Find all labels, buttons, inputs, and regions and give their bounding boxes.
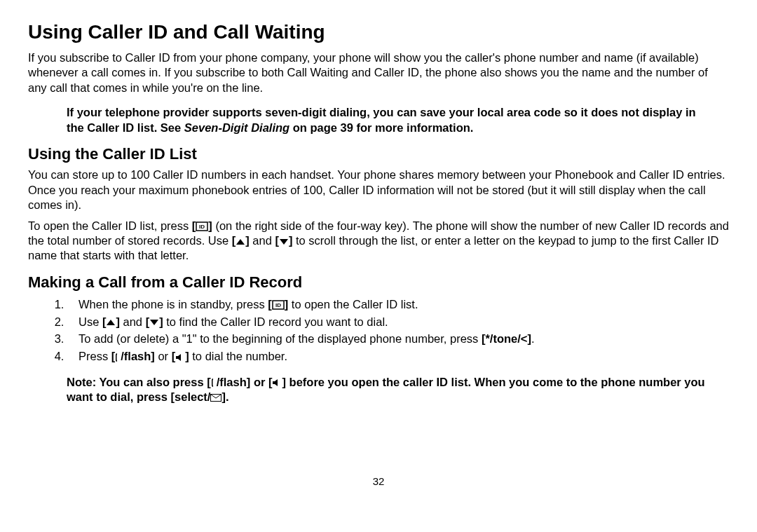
svg-text:ID: ID — [199, 224, 205, 230]
step-3: To add (or delete) a "1" to the beginnin… — [67, 330, 729, 348]
step-4: Press [/flash] or [] to dial the number. — [67, 348, 729, 365]
heading-caller-id-list: Using the Caller ID List — [28, 145, 729, 163]
down-arrow-icon — [279, 238, 289, 245]
steps-list: When the phone is in standby, press [ID]… — [67, 296, 729, 365]
step-2: Use [] and [] to find the Caller ID reco… — [67, 313, 729, 331]
page-number: 32 — [28, 475, 729, 487]
svg-rect-5 — [273, 381, 275, 384]
svg-text:ID: ID — [275, 302, 281, 308]
speaker-icon — [272, 378, 282, 387]
down-arrow-icon — [149, 319, 159, 326]
mail-icon — [210, 394, 221, 402]
up-arrow-icon — [236, 238, 245, 245]
up-arrow-icon — [106, 319, 116, 326]
note-alternate-dial: Note: You can also press [/flash] or [] … — [67, 375, 715, 405]
svg-rect-4 — [176, 356, 178, 359]
id-icon: ID — [272, 300, 285, 310]
speaker-icon — [175, 353, 185, 362]
talk-icon — [211, 378, 217, 388]
note-seven-digit: If your telephone provider supports seve… — [67, 105, 715, 135]
heading-making-call: Making a Call from a Caller ID Record — [28, 273, 729, 292]
paragraph-intro: If you subscribe to Caller ID from your … — [28, 50, 729, 95]
paragraph-storage: You can store up to 100 Caller ID number… — [28, 168, 729, 212]
heading-caller-id-waiting: Using Caller ID and Call Waiting — [28, 21, 729, 43]
step-1: When the phone is in standby, press [ID]… — [67, 296, 729, 313]
id-icon: ID — [196, 221, 208, 231]
paragraph-open-list: To open the Caller ID list, press [ID] (… — [28, 219, 729, 264]
